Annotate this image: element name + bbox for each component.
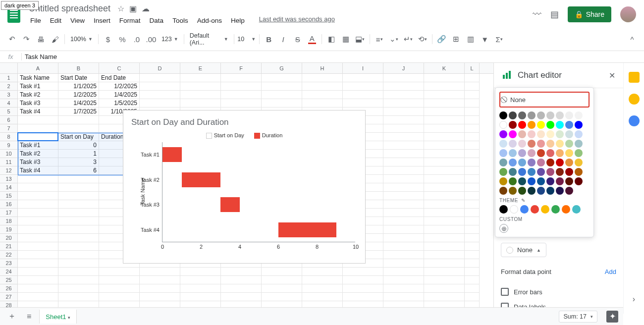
- color-swatch[interactable]: [518, 111, 526, 119]
- cell[interactable]: [99, 284, 140, 293]
- color-swatch[interactable]: [509, 121, 517, 129]
- cell[interactable]: [465, 259, 480, 268]
- cell[interactable]: [302, 91, 343, 99]
- cell[interactable]: [383, 259, 424, 268]
- col-header-K[interactable]: K: [424, 63, 465, 74]
- bar[interactable]: [278, 222, 336, 237]
- sheet-tab[interactable]: Sheet1 ▾: [39, 309, 77, 324]
- cell[interactable]: [58, 234, 99, 242]
- cell[interactable]: 1/2/2025: [58, 91, 99, 99]
- color-swatch[interactable]: [575, 168, 583, 176]
- cell[interactable]: [180, 99, 221, 108]
- color-swatch[interactable]: [509, 168, 517, 176]
- add-custom-color-button[interactable]: ⊕: [499, 224, 508, 233]
- cell[interactable]: [58, 284, 99, 293]
- cell[interactable]: End Date: [99, 74, 140, 82]
- cell[interactable]: [465, 91, 480, 99]
- cell[interactable]: [424, 99, 465, 108]
- color-swatch[interactable]: [556, 187, 564, 195]
- cell[interactable]: [140, 268, 180, 276]
- cell[interactable]: [424, 225, 465, 234]
- row-header-17[interactable]: 17: [0, 209, 18, 217]
- cell[interactable]: [383, 276, 424, 284]
- rotate-button[interactable]: ⟲▾: [416, 33, 429, 46]
- cell[interactable]: [302, 276, 343, 284]
- theme-swatch[interactable]: [541, 205, 549, 214]
- cell[interactable]: [221, 284, 262, 293]
- status-summary[interactable]: Sum: 17▾: [559, 311, 597, 323]
- bar[interactable]: [162, 147, 182, 162]
- cell[interactable]: 6: [58, 166, 99, 175]
- color-swatch[interactable]: [528, 121, 536, 129]
- color-swatch[interactable]: [556, 168, 564, 176]
- color-swatch[interactable]: [528, 159, 536, 166]
- color-swatch[interactable]: [499, 159, 507, 166]
- cell[interactable]: [99, 268, 140, 276]
- cloud-icon[interactable]: ☁: [142, 4, 150, 13]
- color-swatch[interactable]: [509, 130, 517, 138]
- color-swatch[interactable]: [537, 130, 545, 138]
- color-swatch[interactable]: [509, 187, 517, 195]
- color-swatch[interactable]: [556, 111, 564, 119]
- cell[interactable]: [140, 284, 180, 293]
- color-none-option[interactable]: ⃠ None: [499, 92, 590, 108]
- valign-button[interactable]: ⌄▾: [387, 33, 401, 46]
- cell[interactable]: [180, 268, 221, 276]
- cell[interactable]: [58, 217, 99, 225]
- row-header-3[interactable]: 3: [0, 91, 18, 99]
- cell[interactable]: [262, 82, 302, 91]
- color-swatch[interactable]: [518, 130, 526, 138]
- cell[interactable]: [424, 141, 465, 150]
- cell[interactable]: [383, 268, 424, 276]
- borders-button[interactable]: ▦: [339, 33, 353, 46]
- cell[interactable]: [221, 74, 262, 82]
- cell[interactable]: [302, 293, 343, 301]
- cell[interactable]: [383, 225, 424, 234]
- cell[interactable]: [302, 284, 343, 293]
- color-swatch[interactable]: [575, 130, 583, 138]
- row-header-14[interactable]: 14: [0, 183, 18, 192]
- cell[interactable]: [180, 284, 221, 293]
- color-swatch[interactable]: [528, 187, 536, 195]
- cell[interactable]: 1: [58, 150, 99, 158]
- color-swatch[interactable]: [575, 111, 583, 119]
- row-header-16[interactable]: 16: [0, 200, 18, 209]
- color-swatch[interactable]: [518, 159, 526, 166]
- color-swatch[interactable]: [565, 130, 573, 138]
- cell[interactable]: [465, 133, 480, 141]
- menu-format[interactable]: Format: [116, 15, 144, 26]
- explore-button[interactable]: ✦: [606, 311, 618, 323]
- cell[interactable]: [424, 133, 465, 141]
- row-header-10[interactable]: 10: [0, 150, 18, 158]
- color-swatch[interactable]: [556, 159, 564, 166]
- color-swatch[interactable]: [499, 149, 507, 157]
- cell[interactable]: [343, 91, 383, 99]
- cell[interactable]: [424, 217, 465, 225]
- error-bars-checkbox[interactable]: Error bars: [501, 284, 616, 299]
- more-formats-select[interactable]: 123▼: [159, 34, 181, 44]
- cell[interactable]: [383, 293, 424, 301]
- menu-help[interactable]: Help: [227, 15, 248, 26]
- cell[interactable]: [465, 284, 480, 293]
- cell[interactable]: [18, 175, 58, 183]
- col-header-I[interactable]: I: [343, 63, 383, 74]
- cell[interactable]: [383, 91, 424, 99]
- cell[interactable]: [424, 234, 465, 242]
- fill-color-button[interactable]: ◧: [324, 33, 338, 46]
- cell[interactable]: 0: [58, 141, 99, 150]
- color-swatch[interactable]: [565, 149, 573, 157]
- cell[interactable]: 1/5/2025: [99, 99, 140, 108]
- cell[interactable]: [343, 284, 383, 293]
- cell[interactable]: [383, 99, 424, 108]
- cell[interactable]: [424, 242, 465, 251]
- color-swatch[interactable]: [537, 149, 545, 157]
- sheet-area[interactable]: ABCDEFGHIJKL 123456789101112131415161718…: [0, 63, 493, 314]
- cell[interactable]: [465, 268, 480, 276]
- row-header-22[interactable]: 22: [0, 251, 18, 259]
- cell[interactable]: [221, 268, 262, 276]
- cell[interactable]: [180, 82, 221, 91]
- cell[interactable]: [343, 82, 383, 91]
- color-swatch[interactable]: [575, 177, 583, 185]
- cell[interactable]: [383, 234, 424, 242]
- color-swatch[interactable]: [528, 111, 536, 119]
